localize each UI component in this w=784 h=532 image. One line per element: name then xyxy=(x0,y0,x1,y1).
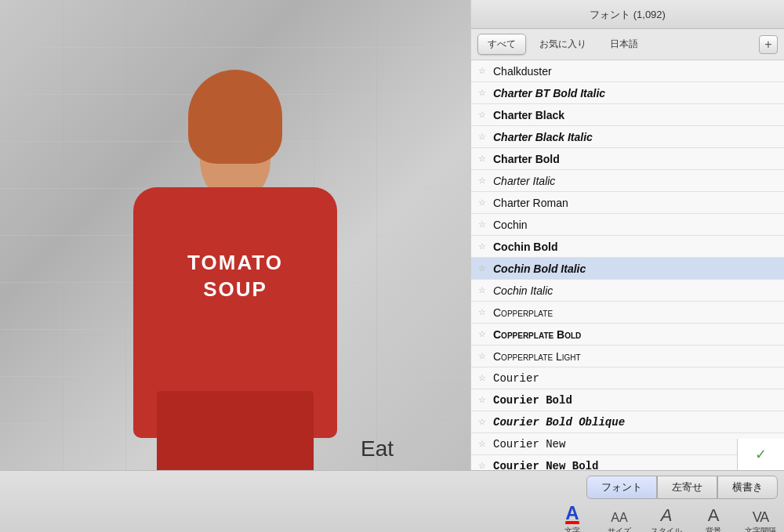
star-icon[interactable]: ☆ xyxy=(476,372,488,385)
spacing-label: 文字間隔 xyxy=(745,526,776,532)
star-icon[interactable]: ☆ xyxy=(476,350,488,363)
font-list-item[interactable]: ☆Copperplate Bold xyxy=(471,324,784,346)
panel-tabs: すべて お気に入り 日本語 + xyxy=(471,29,784,60)
font-name: Cochin Italic xyxy=(493,284,553,297)
star-icon[interactable]: ☆ xyxy=(476,416,488,429)
tab-align[interactable]: 左寄せ xyxy=(657,476,717,499)
font-name: Charter Black xyxy=(493,109,564,121)
person-figure: TOMATO SOUP xyxy=(110,62,361,532)
star-icon[interactable]: ☆ xyxy=(476,131,488,143)
font-list-item[interactable]: ☆Cochin Bold xyxy=(471,236,784,258)
star-icon[interactable]: ☆ xyxy=(476,153,488,165)
font-name: Charter Black Italic xyxy=(493,131,593,143)
character-label: 文字 xyxy=(564,526,580,532)
panel-title: フォント (1,092) xyxy=(471,0,784,29)
font-list-item[interactable]: ☆Charter Bold xyxy=(471,148,784,170)
font-list-item[interactable]: ☆Charter Italic xyxy=(471,170,784,192)
spacing-icon-item[interactable]: VA 文字間隔 xyxy=(743,510,778,532)
background-icon-item[interactable]: A 背景 xyxy=(696,507,731,532)
font-list-item[interactable]: ☆Cochin xyxy=(471,214,784,236)
star-icon[interactable]: ☆ xyxy=(476,219,488,231)
style-icon: A xyxy=(661,507,673,524)
tab-writing-mode[interactable]: 横書き xyxy=(717,476,778,499)
font-list-item[interactable]: ☆Cochin Italic xyxy=(471,280,784,302)
tab-japanese[interactable]: 日本語 xyxy=(600,34,648,55)
size-icon: AA xyxy=(611,512,627,524)
spacing-icon: VA xyxy=(753,510,769,524)
font-list-item[interactable]: ☆Charter Black xyxy=(471,104,784,126)
font-name: Cochin Bold xyxy=(493,241,557,253)
star-icon[interactable]: ☆ xyxy=(476,175,488,187)
font-name: Copperplate xyxy=(493,306,553,319)
background-label: 背景 xyxy=(706,526,721,532)
bottom-bar: フォント 左寄せ 横書き A 文字 AA サイズ A スタイル A 背景 VA … xyxy=(0,470,784,532)
font-name: Cochin Bold Italic xyxy=(493,262,586,275)
font-list: ☆Chalkduster☆Charter BT Bold Italic☆Char… xyxy=(471,60,784,501)
tab-all[interactable]: すべて xyxy=(477,34,526,55)
star-icon[interactable]: ☆ xyxy=(476,306,488,319)
font-panel: フォント (1,092) すべて お気に入り 日本語 + ☆Chalkduste… xyxy=(470,0,784,501)
font-list-item[interactable]: ☆Cochin Bold Italic xyxy=(471,258,784,280)
style-icon-item[interactable]: A スタイル xyxy=(649,507,684,532)
font-list-item[interactable]: ☆Copperplate Light xyxy=(471,346,784,367)
size-label: サイズ xyxy=(608,526,631,532)
star-icon[interactable]: ☆ xyxy=(476,65,488,78)
font-list-item[interactable]: ☆Courier Bold Oblique xyxy=(471,411,784,433)
star-icon[interactable]: ☆ xyxy=(476,197,488,209)
preview-area: ✓ xyxy=(737,439,784,470)
style-label: スタイル xyxy=(651,526,682,532)
background-icon: A xyxy=(708,507,720,524)
star-icon[interactable]: ☆ xyxy=(476,394,488,407)
font-list-item[interactable]: ☆Courier xyxy=(471,367,784,389)
font-name: Courier xyxy=(493,372,539,385)
background-photo: TOMATO SOUP Eat xyxy=(0,0,470,532)
size-icon-item[interactable]: AA サイズ xyxy=(602,512,637,532)
sweater-text: TOMATO SOUP xyxy=(187,250,283,303)
bottom-icons: A 文字 AA サイズ A スタイル A 背景 VA 文字間隔 xyxy=(0,501,784,532)
tab-font[interactable]: フォント xyxy=(586,476,657,499)
star-icon[interactable]: ☆ xyxy=(476,284,488,297)
star-icon[interactable]: ☆ xyxy=(476,438,488,451)
font-list-item[interactable]: ☆Copperplate xyxy=(471,302,784,324)
star-icon[interactable]: ☆ xyxy=(476,87,488,100)
eat-label[interactable]: Eat xyxy=(361,436,394,461)
add-tab-button[interactable]: + xyxy=(759,35,778,54)
star-icon[interactable]: ☆ xyxy=(476,328,488,341)
star-icon[interactable]: ☆ xyxy=(476,109,488,121)
font-name: Charter Roman xyxy=(493,197,568,209)
font-list-item[interactable]: ☆Charter Roman xyxy=(471,192,784,214)
tab-favorites[interactable]: お気に入り xyxy=(529,34,597,55)
check-icon: ✓ xyxy=(755,446,767,463)
bottom-tabs: フォント 左寄せ 横書き xyxy=(0,471,784,501)
hair xyxy=(188,70,282,164)
font-name: Courier Bold xyxy=(493,394,572,407)
font-name: Copperplate Light xyxy=(493,350,581,363)
font-name: Charter Italic xyxy=(493,175,555,187)
font-name: Charter BT Bold Italic xyxy=(493,87,605,100)
font-name: Chalkduster xyxy=(493,65,552,78)
star-icon[interactable]: ☆ xyxy=(476,241,488,253)
font-list-item[interactable]: ☆Chalkduster xyxy=(471,60,784,82)
star-icon[interactable]: ☆ xyxy=(476,262,488,275)
character-icon-item[interactable]: A 文字 xyxy=(555,504,590,532)
font-name: Courier New xyxy=(493,438,565,451)
font-list-item[interactable]: ☆Charter BT Bold Italic xyxy=(471,82,784,104)
font-name: Charter Bold xyxy=(493,153,560,165)
font-name: Copperplate Bold xyxy=(493,328,581,341)
font-name: Cochin xyxy=(493,219,528,231)
font-list-item[interactable]: ☆Charter Black Italic xyxy=(471,126,784,148)
character-icon: A xyxy=(565,504,579,524)
font-list-item[interactable]: ☆Courier Bold xyxy=(471,389,784,411)
font-name: Courier Bold Oblique xyxy=(493,416,625,429)
